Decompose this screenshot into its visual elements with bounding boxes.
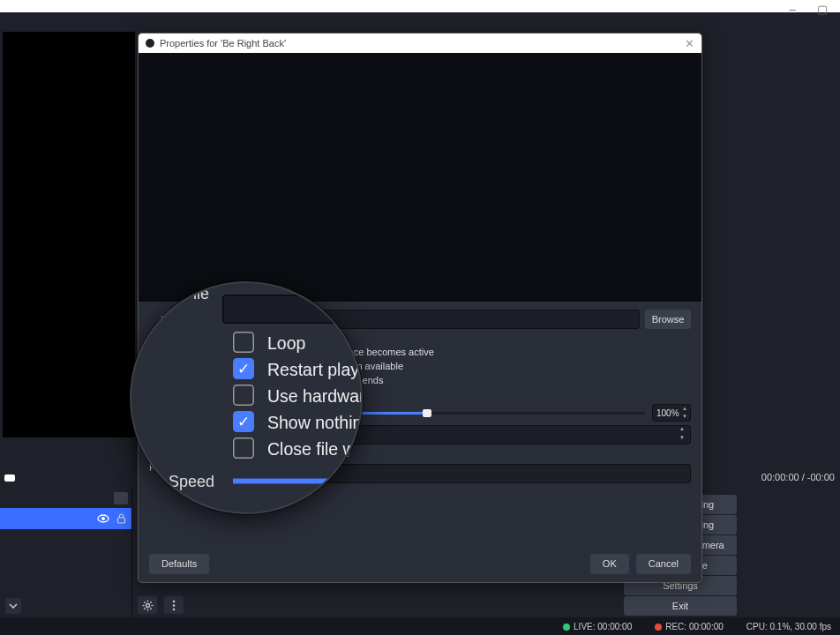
yuv-row: Auto ▲▼ <box>149 425 691 444</box>
svg-line-8 <box>144 601 145 602</box>
speed-spinner[interactable]: ▲▼ <box>680 405 689 421</box>
live-dot-icon <box>563 624 570 631</box>
seek-handle[interactable] <box>4 474 15 482</box>
hwdecode-label: Use hardware decoding when available <box>234 361 403 371</box>
close-icon[interactable]: ✕ <box>685 37 694 50</box>
lock-icon[interactable] <box>116 513 126 524</box>
speed-slider-thumb[interactable] <box>423 409 431 417</box>
defaults-button[interactable]: Defaults <box>149 554 209 574</box>
svg-line-11 <box>150 601 151 602</box>
speed-slider[interactable] <box>209 412 645 415</box>
preview-canvas[interactable] <box>3 32 135 437</box>
exit-button[interactable]: Exit <box>624 596 737 616</box>
gear-icon[interactable] <box>138 596 157 614</box>
source-row-selected[interactable] <box>0 508 131 529</box>
linearalpha-row[interactable]: Apply alpha in linear space <box>214 447 691 459</box>
obs-icon <box>146 39 154 48</box>
svg-rect-2 <box>118 518 125 523</box>
menu-bar <box>0 12 840 32</box>
dialog-preview <box>139 53 701 302</box>
restart-label: Restart playback when source becomes act… <box>234 347 434 357</box>
speed-row: Speed 100% ▲▼ <box>149 403 691 422</box>
window-controls: – ▢ <box>775 0 840 18</box>
sources-grid-icon[interactable] <box>114 492 128 504</box>
loop-label: Loop <box>234 332 255 343</box>
linearalpha-label: Apply alpha in linear space <box>234 448 349 459</box>
status-bar: LIVE: 00:00:00 REC: 00:00:00 CPU: 0.1%, … <box>0 617 840 635</box>
hwdecode-checkbox[interactable] <box>214 360 227 372</box>
file-input[interactable] <box>209 310 640 329</box>
speed-label: Speed <box>149 407 209 418</box>
eye-icon[interactable] <box>97 514 109 523</box>
rec-dot-icon <box>655 624 662 631</box>
bottom-tool-tray <box>138 596 184 614</box>
dialog-title: Properties for 'Be Right Back' <box>160 38 286 49</box>
ffmpeg-input[interactable] <box>229 464 691 483</box>
hwdecode-row[interactable]: Use hardware decoding when available <box>214 360 691 372</box>
ffmpeg-row: FFmpeg Options? <box>149 462 691 485</box>
restart-row[interactable]: Restart playback when source becomes act… <box>214 346 691 358</box>
closefile-checkbox[interactable] <box>214 388 227 400</box>
dialog-titlebar[interactable]: Properties for 'Be Right Back' ✕ <box>139 34 701 53</box>
loop-checkbox[interactable] <box>214 332 227 344</box>
svg-line-10 <box>144 608 145 609</box>
cancel-button[interactable]: Cancel <box>636 554 691 574</box>
sources-toolbar <box>0 489 131 508</box>
shownothing-checkbox[interactable] <box>214 374 227 386</box>
status-rec: REC: 00:00:00 <box>655 622 724 631</box>
yuv-select[interactable]: Auto ▲▼ <box>209 425 691 444</box>
ffmpeg-label: FFmpeg Options? <box>149 462 229 485</box>
app-titlebar <box>0 0 840 12</box>
file-label: Local File <box>149 314 209 325</box>
dialog-footer: Defaults OK Cancel <box>139 545 701 582</box>
maximize-icon[interactable]: ▢ <box>817 4 828 14</box>
properties-dialog: Properties for 'Be Right Back' ✕ Local F… <box>138 33 702 583</box>
expand-panel-icon[interactable] <box>5 598 21 614</box>
svg-line-9 <box>150 608 151 609</box>
closefile-row[interactable]: Close file when inactive <box>214 388 691 400</box>
status-cpu: CPU: 0.1%, 30.00 fps <box>746 622 831 631</box>
svg-point-3 <box>146 603 149 607</box>
closefile-label: Close file when inactive <box>234 389 335 400</box>
shownothing-label: Show nothing when playback ends <box>234 375 383 385</box>
restart-checkbox[interactable] <box>214 346 227 358</box>
svg-point-1 <box>101 517 105 520</box>
svg-point-12 <box>173 600 176 602</box>
dialog-body: Local File Browse Loop Restart playback … <box>139 302 701 485</box>
linearalpha-checkbox[interactable] <box>214 447 227 459</box>
shownothing-row[interactable]: Show nothing when playback ends <box>214 374 691 386</box>
ok-button[interactable]: OK <box>590 554 629 574</box>
svg-point-13 <box>173 604 176 607</box>
time-readout: 00:00:00 / -00:00 <box>761 472 835 482</box>
minimize-icon[interactable]: – <box>787 4 798 14</box>
loop-row[interactable]: Loop <box>214 332 691 344</box>
browse-button[interactable]: Browse <box>645 310 691 329</box>
kebab-menu-icon[interactable] <box>164 596 184 614</box>
status-live: LIVE: 00:00:00 <box>563 622 632 631</box>
speed-value-input[interactable]: 100% ▲▼ <box>652 404 691 422</box>
help-icon[interactable]: ? <box>211 474 221 485</box>
svg-point-14 <box>173 608 176 610</box>
file-row: Local File Browse <box>149 310 691 329</box>
